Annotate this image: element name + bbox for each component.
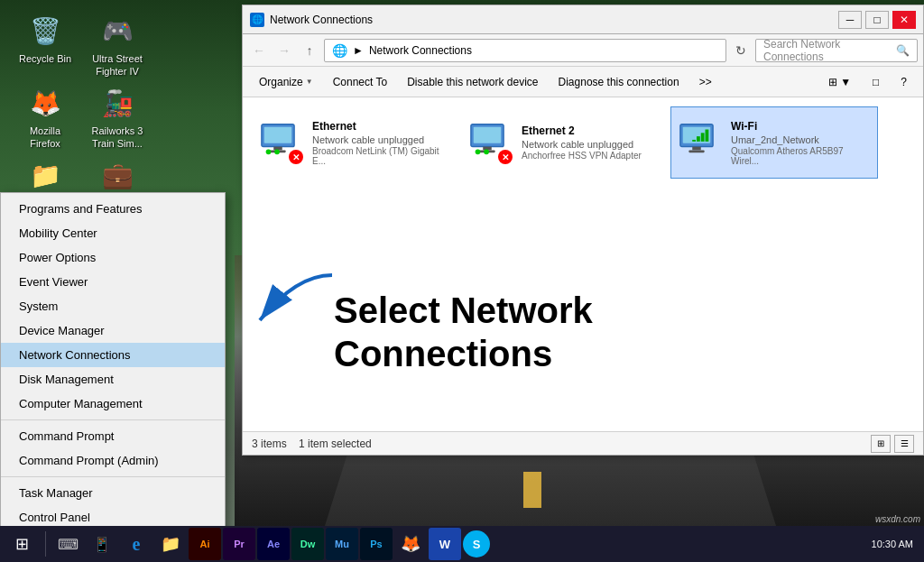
railworks-image: 🚂	[99, 85, 135, 121]
taskbar-tablet-icon[interactable]: 📱	[86, 528, 118, 560]
address-field[interactable]: 🌐 ► Network Connections	[324, 39, 726, 62]
minimize-button[interactable]: ─	[838, 11, 862, 29]
connect-to-button[interactable]: Connect To	[324, 72, 397, 92]
ethernet2-status: Network cable unplugged	[522, 139, 661, 150]
taskbar-separator-1	[45, 531, 46, 557]
menu-computer-management[interactable]: Computer Management	[1, 392, 225, 416]
taskbar-keyboard-icon[interactable]: ⌨	[51, 528, 84, 560]
firefox-desktop-image: 🦊	[27, 85, 63, 121]
wifi-icon	[679, 121, 715, 157]
menu-disk-management[interactable]: Disk Management	[1, 367, 225, 392]
desktop: 🗑️ Recycle Bin 🎮 Ultra StreetFighter IV …	[0, 0, 924, 562]
view-toggle-button[interactable]: ⊞ ▼	[819, 72, 860, 92]
menu-command-prompt[interactable]: Command Prompt	[1, 424, 225, 448]
taskbar-edge-icon[interactable]: e	[120, 528, 152, 560]
menu-power-options[interactable]: Power Options	[1, 245, 225, 270]
large-icons-view[interactable]: ⊞	[871, 435, 891, 453]
start-button[interactable]: ⊞	[4, 528, 40, 560]
address-value: Network Connections	[369, 44, 472, 57]
svg-rect-17	[697, 136, 700, 142]
menu-event-viewer[interactable]: Event Viewer	[1, 270, 225, 294]
svg-point-10	[476, 149, 481, 154]
watermark: wsxdn.com	[875, 514, 920, 524]
ethernet1-error-badge: ✕	[289, 150, 303, 164]
ethernet2-icon-wrap: ✕	[469, 121, 513, 164]
ethernet2-error-badge: ✕	[498, 150, 513, 164]
taskbar-ps-icon[interactable]: Ps	[360, 528, 393, 560]
recycle-bin-icon[interactable]: 🗑️ Recycle Bin	[9, 9, 81, 69]
title-bar-left: 🌐 Network Connections	[250, 13, 373, 27]
menu-separator-1	[1, 419, 225, 420]
svg-rect-19	[706, 130, 709, 142]
taskbar: ⊞ ⌨ 📱 e 📁 Ai Pr Ae Dw Mu Ps	[0, 526, 924, 562]
firefox-desktop-label: MozillaFirefox	[13, 124, 78, 151]
preview-pane-button[interactable]: □	[864, 72, 888, 92]
disable-button[interactable]: Disable this network device	[398, 72, 547, 92]
railworks-icon[interactable]: 🚂 Railworks 3Train Sim...	[81, 81, 153, 154]
ultra-street-image: 🎮	[99, 13, 135, 49]
maximize-button[interactable]: □	[865, 11, 889, 29]
taskbar-ai-icon[interactable]: Ai	[189, 528, 221, 560]
ethernet1-icon-wrap: ✕	[260, 121, 303, 164]
menu-separator-2	[1, 476, 225, 477]
ethernet1-info: Ethernet Network cable unplugged Broadco…	[312, 120, 451, 166]
up-button[interactable]: ↑	[299, 40, 320, 61]
close-button[interactable]: ✕	[892, 11, 916, 29]
menu-system[interactable]: System	[1, 294, 225, 318]
wifi-adapter[interactable]: Wi-Fi Umar_2nd_Network Qualcomm Atheros …	[670, 106, 878, 179]
details-view[interactable]: ☰	[894, 435, 914, 453]
taskbar-explorer-icon[interactable]: 📁	[154, 528, 187, 560]
svg-rect-14	[692, 147, 701, 151]
network-connections-window: 🌐 Network Connections ─ □ ✕ ← → ↑ 🌐 ► Ne…	[242, 5, 924, 456]
content-area: ✕ Ethernet Network cable unplugged Broad…	[243, 97, 923, 431]
taskbar-mu-icon[interactable]: Mu	[326, 528, 358, 560]
refresh-button[interactable]: ↻	[730, 40, 752, 61]
title-bar: 🌐 Network Connections ─ □ ✕	[243, 5, 923, 34]
help-button[interactable]: ?	[892, 72, 916, 92]
ethernet2-info: Ethernet 2 Network cable unplugged Ancho…	[522, 124, 661, 161]
taskbar-firefox-icon[interactable]: 🦊	[394, 528, 427, 560]
ethernet1-adapter[interactable]: ✕ Ethernet Network cable unplugged Broad…	[252, 106, 459, 179]
status-right: ⊞ ☰	[871, 435, 914, 453]
taskbar-pr-icon[interactable]: Pr	[223, 528, 255, 560]
menu-network-connections[interactable]: Network Connections	[1, 343, 225, 367]
menu-command-prompt-admin[interactable]: Command Prompt (Admin)	[1, 448, 225, 473]
ultra-street-icon[interactable]: 🎮 Ultra StreetFighter IV	[81, 9, 153, 82]
ethernet1-status: Network cable unplugged	[312, 134, 451, 145]
svg-point-5	[274, 149, 280, 154]
svg-rect-16	[692, 140, 696, 142]
search-placeholder: Search Network Connections	[763, 38, 892, 63]
forward-button[interactable]: →	[273, 40, 295, 61]
organize-button[interactable]: Organize ▼	[250, 72, 322, 92]
organize-dropdown-arrow: ▼	[306, 78, 313, 86]
svg-point-11	[484, 149, 489, 154]
my-desktop-image: 📁	[27, 157, 63, 193]
address-text: ►	[353, 44, 364, 57]
firefox-desktop-icon[interactable]: 🦊 MozillaFirefox	[9, 81, 81, 154]
diagnose-button[interactable]: Diagnose this connection	[550, 72, 688, 92]
ethernet2-name: Ethernet 2	[522, 124, 661, 137]
menu-mobility-center[interactable]: Mobility Center	[1, 221, 225, 245]
taskbar-ae-icon[interactable]: Ae	[257, 528, 290, 560]
wifi-icon-wrap	[679, 121, 722, 164]
ethernet2-adapter[interactable]: ✕ Ethernet 2 Network cable unplugged Anc…	[461, 106, 669, 179]
svg-rect-15	[688, 150, 704, 152]
wifi-driver: Qualcomm Atheros AR5B97 Wirel...	[731, 146, 870, 166]
menu-task-manager[interactable]: Task Manager	[1, 481, 225, 505]
taskbar-dw-icon[interactable]: Dw	[291, 528, 324, 560]
window-controls: ─ □ ✕	[838, 11, 916, 29]
more-options-button[interactable]: >>	[690, 72, 721, 92]
menu-programs-features[interactable]: Programs and Features	[1, 197, 225, 221]
taskbar-word-icon[interactable]: W	[429, 528, 461, 560]
wifi-info: Wi-Fi Umar_2nd_Network Qualcomm Atheros …	[731, 120, 870, 166]
menu-device-manager[interactable]: Device Manager	[1, 318, 225, 343]
back-button[interactable]: ←	[248, 40, 270, 61]
recycle-bin-image: 🗑️	[27, 13, 63, 49]
search-icon: 🔍	[896, 44, 910, 57]
taskbar-skype-icon[interactable]: S	[463, 530, 490, 557]
adapters-grid: ✕ Ethernet Network cable unplugged Broad…	[243, 97, 923, 431]
context-menu: Programs and Features Mobility Center Po…	[0, 192, 226, 562]
blue-pointer-arrow	[224, 266, 341, 338]
taskbar-clock: 10:30 AM	[872, 539, 913, 549]
search-field[interactable]: Search Network Connections 🔍	[755, 39, 918, 62]
